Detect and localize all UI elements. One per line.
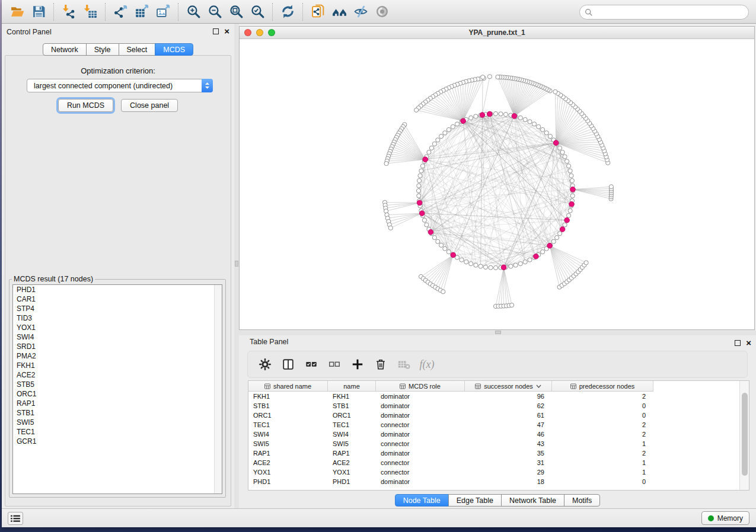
- mcds-result-item[interactable]: ACE2: [13, 370, 222, 380]
- table-cell: ACE2: [328, 458, 376, 467]
- mcds-result-item[interactable]: PHD1: [13, 285, 222, 294]
- save-session-icon[interactable]: [28, 2, 49, 21]
- mcds-result-item[interactable]: CAR1: [13, 294, 222, 304]
- table-row[interactable]: TEC1TEC1connector472: [248, 420, 653, 430]
- tab-motifs[interactable]: Motifs: [564, 494, 600, 507]
- splitter-grip[interactable]: [495, 331, 501, 334]
- mcds-result-item[interactable]: STB1: [13, 408, 222, 418]
- table-cell: dominator: [376, 392, 465, 401]
- memory-button[interactable]: Memory: [701, 511, 749, 525]
- show-all-icon[interactable]: [371, 2, 393, 21]
- tab-style[interactable]: Style: [86, 43, 119, 56]
- mcds-result-item[interactable]: SRD1: [13, 342, 222, 351]
- tab-edge-table[interactable]: Edge Table: [448, 494, 502, 507]
- table-row[interactable]: SWI4SWI4dominator462: [248, 430, 653, 439]
- mcds-result-item[interactable]: RAP1: [13, 399, 222, 408]
- column-header-MCDS-role[interactable]: MCDS role: [376, 381, 465, 392]
- export-network-icon[interactable]: [110, 2, 131, 21]
- mcds-result-item[interactable]: PMA2: [13, 351, 222, 361]
- table-row[interactable]: PHD1PHD1dominator180: [248, 477, 653, 486]
- table-row[interactable]: RAP1RAP1dominator352: [248, 448, 653, 458]
- scrollbar-thumb[interactable]: [742, 393, 748, 476]
- import-network-icon[interactable]: [58, 2, 79, 21]
- table-row[interactable]: STB1STB1dominator620: [248, 401, 653, 411]
- optimization-criterion-select[interactable]: largest connected component (undirected): [27, 79, 213, 92]
- gear-icon[interactable]: [256, 355, 274, 373]
- search-input[interactable]: [596, 8, 744, 17]
- zoom-selected-icon[interactable]: [247, 2, 268, 21]
- column-header-predecessor-nodes[interactable]: predecessor nodes: [552, 381, 653, 392]
- table-row[interactable]: SWI5SWI5connector431: [248, 439, 653, 448]
- delete-icon[interactable]: [372, 355, 390, 373]
- close-panel-button[interactable]: Close panel: [121, 99, 178, 112]
- status-bar: Memory: [2, 508, 756, 527]
- column-header-name[interactable]: name: [328, 381, 376, 392]
- table-cell: SWI5: [328, 439, 376, 448]
- apply-layout-icon[interactable]: [277, 2, 298, 21]
- open-session-icon[interactable]: [7, 2, 28, 21]
- hide-selected-icon[interactable]: [350, 2, 371, 21]
- mcds-result-item[interactable]: TEC1: [13, 427, 222, 437]
- memory-label: Memory: [717, 514, 743, 523]
- import-table-icon[interactable]: [79, 2, 101, 21]
- columns-icon[interactable]: [279, 355, 297, 373]
- column-header-shared-name[interactable]: shared name: [248, 381, 328, 392]
- function-icon[interactable]: f(x): [418, 355, 436, 373]
- network-graph[interactable]: [240, 39, 754, 329]
- float-panel-icon[interactable]: [213, 28, 219, 34]
- table-row[interactable]: ORC1ORC1dominator610: [248, 411, 653, 420]
- mcds-result-item[interactable]: ORC1: [13, 389, 222, 399]
- mcds-result-item[interactable]: SWI4: [13, 332, 222, 342]
- clone-network-icon[interactable]: [307, 2, 328, 21]
- splitter-grip[interactable]: [235, 261, 238, 267]
- right-region: YPA_prune.txt_1 Table Panel × f(x) share…: [239, 24, 756, 508]
- zoom-fit-icon[interactable]: [225, 2, 247, 21]
- run-mcds-button[interactable]: Run MCDS: [58, 99, 113, 112]
- table-cell: ORC1: [328, 411, 376, 420]
- network-title: YPA_prune.txt_1: [240, 28, 754, 37]
- select-value: largest connected component (undirected): [27, 82, 202, 90]
- zoom-out-icon[interactable]: [204, 2, 225, 21]
- table-row[interactable]: YOX1YOX1connector291: [248, 467, 653, 477]
- table-row[interactable]: FKH1FKH1dominator962: [248, 392, 653, 401]
- deselect-all-icon[interactable]: [326, 355, 343, 373]
- vertical-splitter[interactable]: [234, 24, 239, 508]
- list-scrollbar[interactable]: [214, 285, 222, 493]
- mcds-result-item[interactable]: YOX1: [13, 323, 222, 332]
- mcds-result-list: PHD1CAR1STP4TID3YOX1SWI4SRD1PMA2FKH1ACE2…: [12, 284, 222, 494]
- task-history-button[interactable]: [8, 512, 23, 525]
- close-panel-icon[interactable]: ×: [746, 340, 751, 346]
- delete-table-icon[interactable]: [395, 355, 413, 373]
- export-table-icon[interactable]: [131, 2, 152, 21]
- zoom-in-icon[interactable]: [183, 2, 204, 21]
- tab-network-table[interactable]: Network Table: [501, 494, 564, 507]
- mcds-result-item[interactable]: STB5: [13, 380, 222, 389]
- network-canvas[interactable]: [240, 39, 754, 329]
- table-body: FKH1FKH1dominator962STB1STB1dominator620…: [248, 392, 653, 486]
- tab-network[interactable]: Network: [43, 43, 87, 56]
- tab-mcds[interactable]: MCDS: [155, 43, 193, 56]
- add-icon[interactable]: [349, 355, 366, 373]
- tab-select[interactable]: Select: [119, 43, 156, 56]
- mcds-result-item[interactable]: TID3: [13, 313, 222, 323]
- mcds-result-item[interactable]: GCR1: [13, 437, 222, 446]
- list-icon: [10, 514, 21, 523]
- float-panel-icon[interactable]: [735, 340, 741, 346]
- toolbar-separator: [178, 3, 178, 21]
- table-cell: FKH1: [328, 392, 376, 401]
- search-box: [579, 5, 749, 20]
- select-all-icon[interactable]: [302, 355, 320, 373]
- table-cell: PHD1: [248, 477, 328, 486]
- table-scrollbar[interactable]: [739, 381, 749, 490]
- horizontal-splitter[interactable]: [239, 330, 756, 335]
- column-header-successor-nodes[interactable]: successor nodes: [465, 381, 552, 392]
- close-panel-icon[interactable]: ×: [224, 28, 229, 34]
- mcds-result-item[interactable]: FKH1: [13, 361, 222, 370]
- mcds-result-item[interactable]: SWI5: [13, 418, 222, 427]
- table-row[interactable]: ACE2ACE2connector311: [248, 458, 653, 467]
- mcds-result-item[interactable]: STP4: [13, 304, 222, 313]
- tab-node-table[interactable]: Node Table: [395, 494, 449, 507]
- export-image-icon[interactable]: [152, 2, 174, 21]
- search-network-icon[interactable]: [328, 2, 350, 21]
- cytoscape-window: Control Panel × NetworkStyleSelectMCDS O…: [2, 0, 756, 527]
